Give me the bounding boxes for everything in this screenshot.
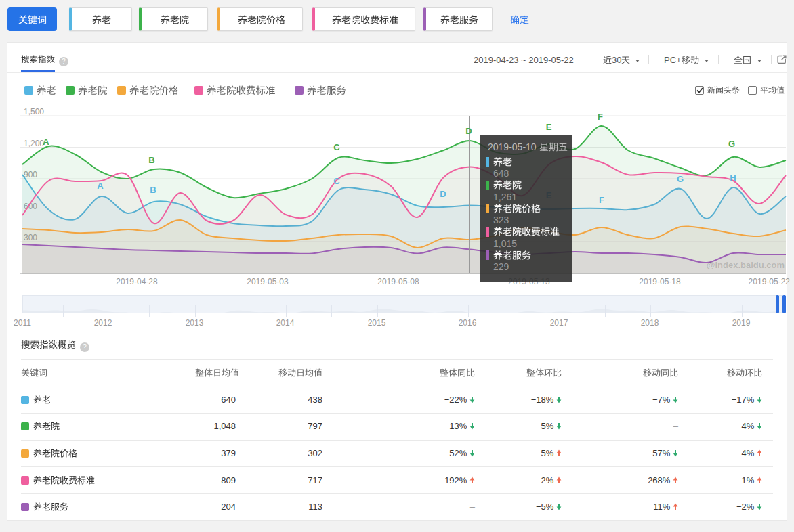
svg-text:F: F <box>598 112 603 122</box>
svg-text:D: D <box>465 126 472 136</box>
svg-text:@index.baidu.com: @index.baidu.com <box>707 260 785 270</box>
svg-text:G: G <box>677 174 684 184</box>
svg-text:C: C <box>333 176 340 186</box>
svg-text:2019-04-28: 2019-04-28 <box>116 277 158 286</box>
svg-text:F: F <box>599 195 604 205</box>
svg-text:1,500: 1,500 <box>24 107 44 116</box>
svg-text:D: D <box>440 189 446 199</box>
svg-text:A: A <box>97 181 104 191</box>
svg-text:1,200: 1,200 <box>24 139 44 148</box>
svg-text:E: E <box>546 122 552 132</box>
svg-text:B: B <box>150 185 156 195</box>
svg-text:B: B <box>148 155 154 165</box>
svg-text:H: H <box>730 173 736 183</box>
svg-text:2019-05-08: 2019-05-08 <box>377 277 419 286</box>
svg-text:G: G <box>728 139 735 149</box>
svg-text:A: A <box>43 137 49 147</box>
svg-text:2019-05-03: 2019-05-03 <box>247 277 289 286</box>
svg-text:2019-05-22: 2019-05-22 <box>749 277 791 286</box>
svg-text:C: C <box>333 142 340 152</box>
svg-text:2019-05-18: 2019-05-18 <box>639 277 681 286</box>
